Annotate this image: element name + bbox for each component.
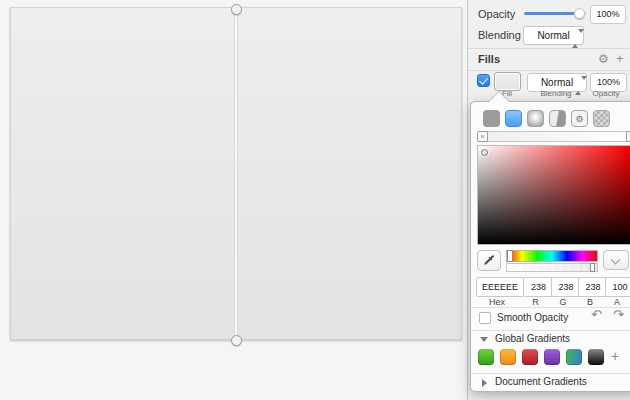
alpha-slider-thumb[interactable] [590, 263, 595, 272]
fill-enabled-checkbox[interactable] [477, 74, 490, 87]
fill-blending-value: Normal [541, 77, 573, 88]
divider [468, 70, 630, 71]
smooth-opacity-checkbox[interactable] [479, 312, 491, 324]
divider [471, 330, 630, 331]
add-fill-icon[interactable]: + [616, 51, 624, 66]
selected-line-layer[interactable] [234, 7, 238, 340]
chevron-down-icon [611, 255, 621, 265]
expand-triangle-icon[interactable] [482, 379, 487, 387]
alpha-field[interactable] [605, 277, 630, 297]
global-gradient-swatches [478, 349, 604, 365]
green-label: G [551, 297, 575, 307]
blending-dropdown[interactable]: Normal [523, 26, 584, 45]
opacity-mini-label: Opacity [590, 89, 622, 98]
opacity-value-field[interactable] [590, 5, 626, 24]
gradient-stop-start[interactable] [477, 131, 488, 142]
undo-icon[interactable]: ↶ [591, 307, 602, 322]
blending-mini-label: Blending [528, 89, 584, 98]
angular-gradient-tab[interactable] [549, 110, 566, 127]
fills-header: Fills ⚙ + [468, 49, 630, 70]
opacity-slider-track [524, 12, 580, 15]
green-field[interactable] [551, 277, 581, 297]
gradient-stop-end[interactable] [626, 131, 630, 142]
opacity-slider-thumb[interactable] [574, 8, 585, 19]
document-gradients-label[interactable]: Document Gradients [495, 376, 587, 387]
blending-label: Blending [478, 29, 521, 41]
smooth-opacity-label: Smooth Opacity [497, 312, 568, 323]
fills-title: Fills [478, 53, 500, 65]
eyedropper-icon [483, 254, 496, 267]
radial-gradient-tab[interactable] [527, 110, 544, 127]
eyedropper-button[interactable] [477, 250, 501, 271]
gear-icon[interactable]: ⚙ [598, 52, 609, 66]
blending-dropdown-value: Normal [537, 30, 569, 41]
gradient-stops-bar[interactable] [477, 131, 630, 142]
red-field[interactable] [523, 277, 554, 297]
solid-color-tab[interactable] [483, 110, 500, 127]
collapse-triangle-icon[interactable] [480, 337, 488, 342]
selection-handle-top[interactable] [231, 4, 242, 15]
gradient-swatch-purple[interactable] [544, 349, 560, 365]
linear-gradient-tab[interactable] [505, 110, 522, 127]
blue-label: B [578, 297, 602, 307]
divider [471, 307, 630, 308]
hue-slider[interactable] [506, 250, 598, 262]
blending-row: Blending Normal [468, 25, 630, 45]
blue-field[interactable] [578, 277, 608, 297]
add-gradient-icon[interactable]: + [611, 348, 619, 364]
selection-handle-bottom[interactable] [231, 335, 242, 346]
alpha-label: A [605, 297, 629, 307]
gradient-swatch-green[interactable] [478, 349, 494, 365]
gradient-swatch-orange[interactable] [500, 349, 516, 365]
hue-slider-thumb[interactable] [507, 250, 513, 262]
red-label: R [523, 297, 548, 307]
fill-type-tabs: ⚙ [483, 110, 610, 127]
gradient-swatch-green-blue[interactable] [566, 349, 582, 365]
gradient-swatch-black[interactable] [588, 349, 604, 365]
redo-icon[interactable]: ↷ [613, 307, 624, 322]
color-field-indicator[interactable] [481, 149, 488, 156]
opacity-slider[interactable] [524, 4, 586, 24]
fill-color-popover: ⚙ Hex R G B A Smooth Opacity ↶ ↷ Global … [470, 101, 630, 392]
opacity-label: Opacity [478, 8, 515, 20]
stepper-icon [572, 30, 579, 47]
hex-label: Hex [476, 297, 518, 307]
hex-field[interactable] [476, 277, 524, 297]
alpha-slider[interactable] [506, 263, 598, 272]
pattern-fill-tab[interactable]: ⚙ [571, 110, 588, 127]
global-gradients-label[interactable]: Global Gradients [495, 333, 570, 344]
noise-fill-tab[interactable] [593, 110, 610, 127]
saturation-brightness-field[interactable] [477, 145, 630, 245]
gradient-swatch-red[interactable] [522, 349, 538, 365]
color-presets-button[interactable] [603, 250, 629, 270]
opacity-row: Opacity [468, 4, 630, 24]
canvas-area[interactable] [0, 0, 467, 400]
divider [471, 373, 630, 374]
